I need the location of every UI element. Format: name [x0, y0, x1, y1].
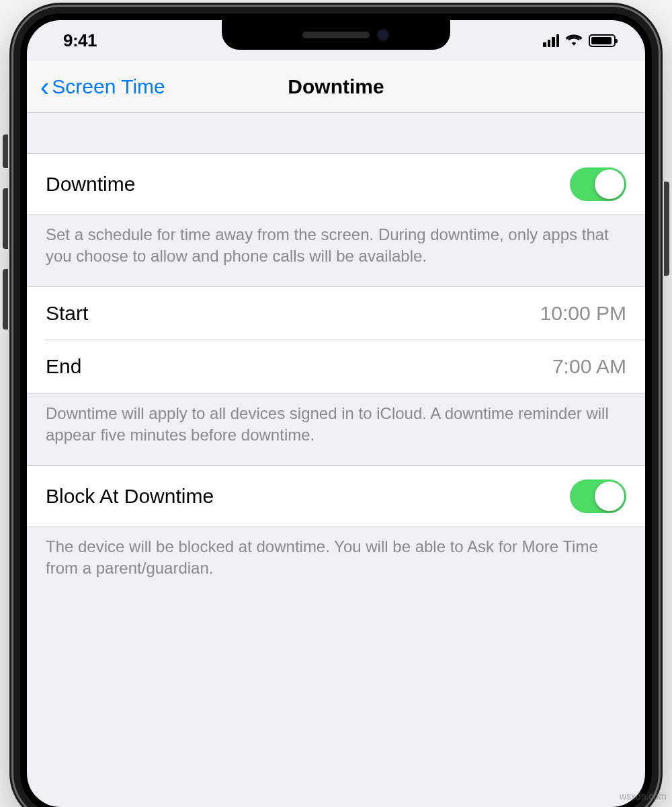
downtime-label: Downtime — [46, 173, 135, 196]
schedule-group: Start 10:00 PM End 7:00 AM — [27, 286, 645, 393]
back-button[interactable]: ‹ Screen Time — [40, 73, 165, 100]
chevron-left-icon: ‹ — [40, 73, 49, 100]
speaker — [302, 32, 370, 38]
toggle-knob — [595, 482, 624, 511]
status-time: 9:41 — [63, 30, 97, 51]
downtime-toggle[interactable] — [570, 167, 626, 201]
settings-content: Downtime Set a schedule for time away fr… — [27, 113, 645, 598]
volume-up-button — [3, 188, 8, 249]
end-value: 7:00 AM — [552, 355, 645, 378]
notch — [222, 20, 450, 50]
schedule-description: Downtime will apply to all devices signe… — [27, 393, 645, 465]
end-label: End — [46, 355, 81, 378]
front-camera — [376, 28, 390, 42]
block-description: The device will be blocked at downtime. … — [27, 527, 645, 599]
downtime-toggle-cell[interactable]: Downtime — [27, 153, 645, 215]
block-toggle[interactable] — [570, 479, 626, 513]
watermark: wsxdn.com — [620, 791, 667, 802]
block-label: Block At Downtime — [46, 485, 214, 508]
status-indicators — [543, 32, 616, 48]
block-toggle-cell[interactable]: Block At Downtime — [27, 465, 645, 527]
silence-switch — [3, 134, 8, 168]
toggle-knob — [595, 169, 624, 199]
phone-frame: 9:41 ‹ Screen Time — [13, 7, 659, 807]
side-buttons-right — [664, 182, 669, 276]
start-time-cell[interactable]: Start 10:00 PM — [27, 287, 645, 340]
page-title: Downtime — [288, 75, 384, 98]
start-label: Start — [46, 302, 88, 325]
side-buttons-left — [3, 134, 8, 330]
wifi-icon — [565, 32, 583, 48]
volume-down-button — [3, 269, 8, 330]
navigation-bar: ‹ Screen Time Downtime — [27, 61, 645, 113]
battery-icon — [589, 34, 616, 47]
start-value: 10:00 PM — [540, 302, 645, 325]
screen: 9:41 ‹ Screen Time — [27, 20, 645, 807]
downtime-description: Set a schedule for time away from the sc… — [27, 215, 645, 286]
power-button — [664, 182, 669, 276]
back-label: Screen Time — [52, 75, 165, 98]
cellular-signal-icon — [543, 34, 559, 47]
end-time-cell[interactable]: End 7:00 AM — [27, 340, 645, 393]
